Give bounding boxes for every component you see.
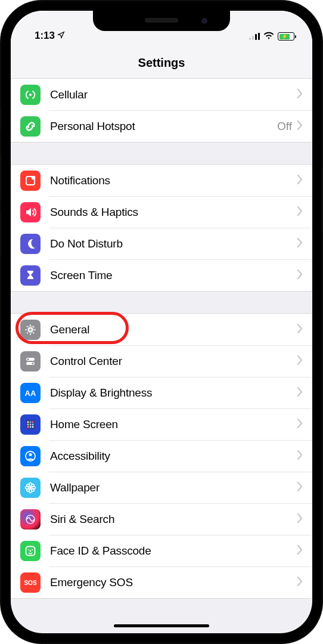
row-label: General xyxy=(50,323,297,336)
row-label: Notifications xyxy=(50,174,297,187)
row-sounds[interactable]: Sounds & Haptics xyxy=(11,196,312,228)
chevron-right-icon xyxy=(297,324,303,336)
wifi-icon xyxy=(263,31,274,42)
row-controlcenter[interactable]: Control Center xyxy=(11,345,312,377)
row-label: Personal Hotspot xyxy=(50,120,277,133)
settings-group: GeneralControl CenterDisplay & Brightnes… xyxy=(11,313,312,599)
row-homescreen[interactable]: Home Screen xyxy=(11,408,312,440)
siri-icon xyxy=(20,509,41,530)
row-notifications[interactable]: Notifications xyxy=(11,165,312,196)
person-icon xyxy=(20,446,41,466)
grid-icon xyxy=(20,414,41,435)
row-siri[interactable]: Siri & Search xyxy=(11,503,312,535)
chevron-right-icon xyxy=(297,513,303,525)
settings-group: CellularPersonal HotspotOff xyxy=(11,79,312,143)
chevron-right-icon xyxy=(297,419,303,431)
location-icon xyxy=(57,30,65,42)
row-label: Control Center xyxy=(50,355,297,368)
sos-icon xyxy=(20,572,41,593)
row-accessibility[interactable]: Accessibility xyxy=(11,440,312,472)
front-camera xyxy=(201,18,207,24)
notch xyxy=(93,11,230,31)
row-wallpaper[interactable]: Wallpaper xyxy=(11,472,312,503)
flower-icon xyxy=(20,478,41,498)
row-display[interactable]: Display & Brightness xyxy=(11,377,312,408)
settings-group: NotificationsSounds & HapticsDo Not Dist… xyxy=(11,164,312,292)
status-time: 1:13 xyxy=(35,30,55,42)
row-label: Emergency SOS xyxy=(50,576,297,589)
moon-icon xyxy=(20,234,41,254)
row-hotspot[interactable]: Personal HotspotOff xyxy=(11,110,312,142)
row-screentime[interactable]: Screen Time xyxy=(11,259,312,291)
cellular-signal-icon xyxy=(249,33,260,40)
row-general[interactable]: General xyxy=(11,314,312,345)
speaker-icon xyxy=(20,202,41,222)
chevron-right-icon xyxy=(297,355,303,367)
row-label: Home Screen xyxy=(50,418,297,431)
toggles-icon xyxy=(20,351,41,371)
chevron-right-icon xyxy=(297,89,303,101)
notif-icon xyxy=(20,171,41,191)
hourglass-icon xyxy=(20,265,41,286)
row-label: Sounds & Haptics xyxy=(50,206,297,219)
chevron-right-icon xyxy=(297,206,303,218)
row-label: Siri & Search xyxy=(50,513,297,526)
row-cellular[interactable]: Cellular xyxy=(11,79,312,110)
row-faceid[interactable]: Face ID & Passcode xyxy=(11,535,312,566)
page-title: Settings xyxy=(11,43,312,79)
mute-switch xyxy=(0,107,1,131)
volume-down-button xyxy=(0,212,1,256)
antenna-icon xyxy=(20,85,41,105)
aa-icon xyxy=(20,383,41,403)
row-dnd[interactable]: Do Not Disturb xyxy=(11,228,312,259)
speaker-grille xyxy=(145,18,178,23)
screen: 1:13 ⚡ xyxy=(11,11,312,633)
battery-icon: ⚡ xyxy=(278,32,294,41)
chevron-right-icon xyxy=(297,545,303,557)
link-icon xyxy=(20,116,41,137)
chevron-right-icon xyxy=(297,175,303,187)
row-label: Cellular xyxy=(50,88,297,101)
chevron-right-icon xyxy=(297,482,303,494)
gear-icon xyxy=(20,320,41,340)
row-sos[interactable]: Emergency SOS xyxy=(11,566,312,598)
home-indicator[interactable] xyxy=(114,624,209,627)
chevron-right-icon xyxy=(297,120,303,132)
row-label: Screen Time xyxy=(50,269,297,282)
charging-bolt-icon: ⚡ xyxy=(281,34,288,39)
row-label: Accessibility xyxy=(50,450,297,463)
row-label: Display & Brightness xyxy=(50,386,297,400)
settings-list[interactable]: CellularPersonal HotspotOffNotifications… xyxy=(11,79,312,632)
row-detail: Off xyxy=(277,120,292,133)
chevron-right-icon xyxy=(297,238,303,250)
chevron-right-icon xyxy=(297,577,303,589)
chevron-right-icon xyxy=(297,387,303,399)
row-label: Do Not Disturb xyxy=(50,237,297,250)
phone-frame: 1:13 ⚡ xyxy=(0,0,323,644)
volume-up-button xyxy=(0,155,1,200)
row-label: Face ID & Passcode xyxy=(50,544,297,558)
chevron-right-icon xyxy=(297,270,303,281)
face-icon xyxy=(20,541,41,561)
row-label: Wallpaper xyxy=(50,481,297,494)
chevron-right-icon xyxy=(297,450,303,462)
